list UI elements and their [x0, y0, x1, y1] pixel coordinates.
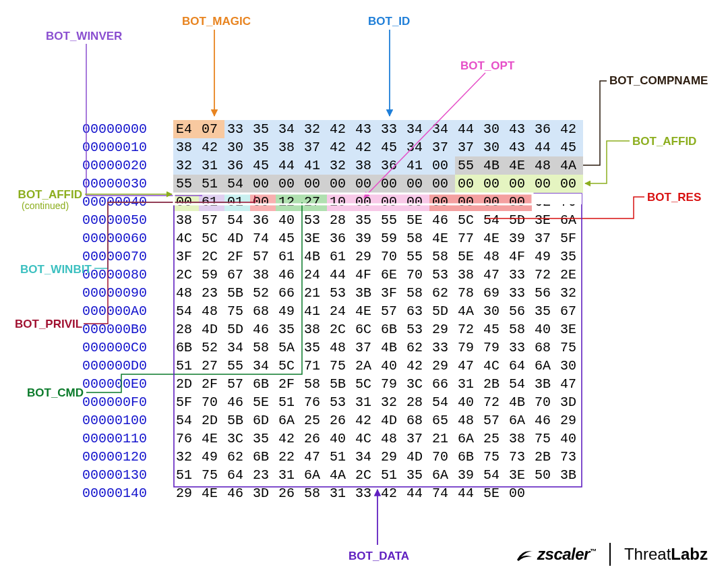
- hex-byte: 72: [532, 266, 557, 284]
- label-bot-compname: BOT_COMPNAME: [609, 74, 708, 88]
- hex-byte: 74: [429, 484, 455, 502]
- hex-byte: 00: [481, 193, 506, 211]
- hex-byte: 29: [557, 411, 583, 430]
- hex-byte: 79: [455, 339, 481, 357]
- hex-byte: 58: [301, 484, 327, 502]
- hex-byte: 33: [506, 284, 532, 302]
- hex-byte: 39: [353, 229, 378, 247]
- hex-byte: 48: [455, 411, 481, 430]
- hex-byte: 43: [506, 120, 532, 138]
- hex-row: 00000140294E463D26583133424474445E00: [82, 484, 583, 502]
- hex-byte: 61: [276, 247, 301, 266]
- hex-offset: 00000010: [82, 138, 173, 156]
- hex-byte: 36: [224, 156, 250, 175]
- hex-byte: 30: [481, 120, 506, 138]
- hex-row: 0000003055515400000000000000000000000000: [82, 175, 583, 193]
- hex-row: 00000110764E3C354226404C4837216A25387540: [82, 430, 583, 448]
- hex-byte: [532, 484, 557, 502]
- hex-byte: 46: [224, 393, 250, 411]
- hex-byte: 28: [327, 211, 353, 229]
- hex-byte: 58: [404, 284, 429, 302]
- hex-byte: 00: [455, 193, 481, 211]
- label-bot-res: BOT_RES: [647, 191, 701, 204]
- hex-byte: 52: [250, 284, 276, 302]
- hex-row: 000000F05F70465E5176533132285440724B703D: [82, 393, 583, 411]
- hex-byte: 38: [276, 138, 301, 156]
- hex-byte: 30: [557, 357, 583, 375]
- hex-byte: 71: [301, 357, 327, 375]
- hex-byte: 43: [506, 138, 532, 156]
- hex-byte: 5F: [173, 393, 199, 411]
- hex-row: 000000E02D2F576B2F585B5C793C66312B543B47: [82, 375, 583, 393]
- hex-byte: 53: [429, 266, 455, 284]
- hex-byte: 62: [429, 284, 455, 302]
- label-bot-data: BOT_DATA: [348, 550, 409, 563]
- hex-byte: 70: [429, 448, 455, 466]
- hex-byte: 00: [506, 193, 532, 211]
- hex-byte: 55: [455, 156, 481, 175]
- hex-byte: 56: [532, 284, 557, 302]
- label-bot-affid: BOT_AFFID: [632, 135, 696, 148]
- hex-byte: 45: [250, 156, 276, 175]
- hex-byte: 32: [557, 284, 583, 302]
- hex-byte: 32: [327, 156, 353, 175]
- hex-byte: 61: [199, 193, 224, 211]
- hex-byte: 4E: [199, 430, 224, 448]
- hex-byte: 46: [224, 484, 250, 502]
- hex-byte: 68: [404, 411, 429, 430]
- hex-byte: 23: [250, 466, 276, 484]
- hex-byte: 34: [353, 448, 378, 466]
- hex-byte: 2C: [353, 466, 378, 484]
- hex-byte: 3D: [250, 484, 276, 502]
- hex-byte: 35: [353, 211, 378, 229]
- hex-byte: 49: [276, 302, 301, 320]
- hex-byte: 22: [276, 448, 301, 466]
- hex-byte: 2C: [173, 266, 199, 284]
- hex-offset: 000000C0: [82, 339, 173, 357]
- hex-byte: 6C: [353, 320, 378, 339]
- hex-byte: 75: [199, 466, 224, 484]
- hex-byte: 46: [532, 411, 557, 430]
- hex-byte: 44: [327, 266, 353, 284]
- hex-byte: 4E: [506, 156, 532, 175]
- hex-byte: 51: [173, 357, 199, 375]
- hex-byte: 31: [353, 393, 378, 411]
- hex-byte: 4C: [173, 229, 199, 247]
- hex-byte: 32: [173, 156, 199, 175]
- hex-byte: 4E: [429, 229, 455, 247]
- hex-byte: 24: [327, 302, 353, 320]
- hex-byte: 33: [378, 120, 404, 138]
- hex-byte: 31: [455, 375, 481, 393]
- hex-byte: 2F: [224, 247, 250, 266]
- hex-byte: 29: [429, 320, 455, 339]
- hex-offset: 000000E0: [82, 375, 173, 393]
- hex-byte: 70: [404, 266, 429, 284]
- hex-byte: 49: [532, 247, 557, 266]
- hex-byte: 44: [404, 484, 429, 502]
- hex-row: 00000000E4073335343242433334344430433642: [82, 120, 583, 138]
- hex-byte: 33: [506, 266, 532, 284]
- hex-byte: 40: [378, 357, 404, 375]
- hex-byte: 57: [224, 375, 250, 393]
- hex-byte: 00: [173, 193, 199, 211]
- hex-byte: 41: [301, 156, 327, 175]
- hex-byte: 42: [353, 138, 378, 156]
- hex-byte: 62: [404, 339, 429, 357]
- hex-byte: 48: [481, 247, 506, 266]
- hex-offset: 000000B0: [82, 320, 173, 339]
- hex-byte: 47: [481, 266, 506, 284]
- hex-byte: 3C: [404, 375, 429, 393]
- hex-byte: 40: [276, 211, 301, 229]
- hex-row: 000000B0284D5D4635382C6C6B5329724558403E: [82, 320, 583, 339]
- hex-byte: 2F: [199, 375, 224, 393]
- hex-byte: 63: [404, 302, 429, 320]
- hex-byte: 40: [327, 430, 353, 448]
- hex-byte: 4F: [506, 247, 532, 266]
- hex-byte: 41: [404, 156, 429, 175]
- hex-row: 000000D0512755345C71752A404229474C646A30: [82, 357, 583, 375]
- hex-byte: 10: [327, 193, 353, 211]
- hex-byte: 43: [353, 120, 378, 138]
- hex-byte: 36: [532, 120, 557, 138]
- hex-byte: 70: [199, 393, 224, 411]
- hex-byte: 75: [532, 430, 557, 448]
